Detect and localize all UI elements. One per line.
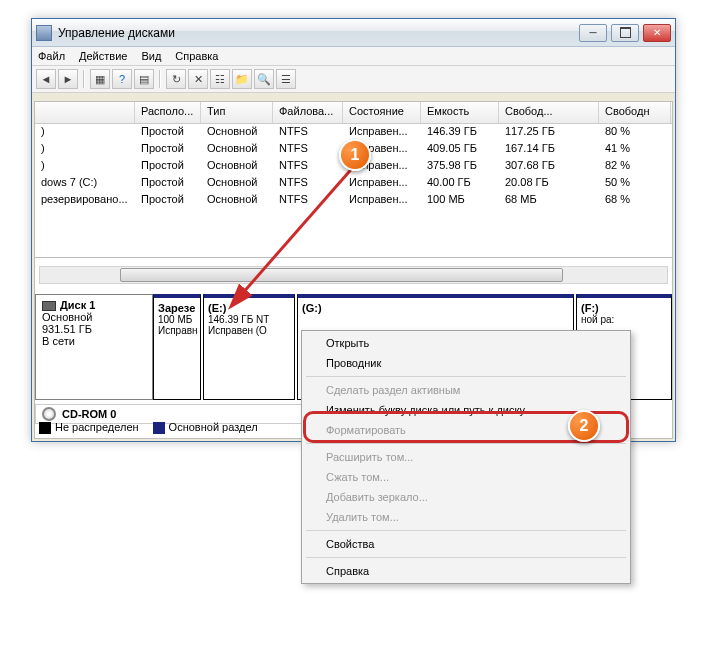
list-header[interactable]: Располо... Тип Файлова... Состояние Емко… bbox=[35, 102, 672, 124]
forward-button[interactable]: ► bbox=[58, 69, 78, 89]
menu-action[interactable]: Действие bbox=[79, 50, 127, 62]
maximize-button[interactable] bbox=[611, 24, 639, 42]
col-freepct[interactable]: Свободн bbox=[599, 102, 671, 123]
ctx-properties[interactable]: Свойства bbox=[304, 534, 628, 554]
open-button[interactable]: 📁 bbox=[232, 69, 252, 89]
disk1-label[interactable]: Диск 1 Основной 931.51 ГБ В сети bbox=[35, 294, 153, 400]
ctx-open[interactable]: Открыть bbox=[304, 333, 628, 353]
col-layout[interactable]: Располо... bbox=[135, 102, 201, 123]
context-menu: Открыть Проводник Сделать раздел активны… bbox=[301, 330, 631, 584]
col-status[interactable]: Состояние bbox=[343, 102, 421, 123]
volume-list[interactable]: Располо... Тип Файлова... Состояние Емко… bbox=[35, 102, 672, 258]
ctx-delete: Удалить том... bbox=[304, 507, 628, 527]
search-button[interactable]: 🔍 bbox=[254, 69, 274, 89]
window-title: Управление дисками bbox=[58, 26, 579, 40]
minimize-button[interactable] bbox=[579, 24, 607, 42]
scroll-thumb[interactable] bbox=[120, 268, 563, 282]
list-row[interactable]: dows 7 (C:)ПростойОсновнойNTFSИсправен..… bbox=[35, 175, 672, 192]
legend-swatch-unallocated bbox=[39, 422, 51, 434]
col-fs[interactable]: Файлова... bbox=[273, 102, 343, 123]
titlebar[interactable]: Управление дисками bbox=[32, 19, 675, 47]
ctx-explorer[interactable]: Проводник bbox=[304, 353, 628, 373]
callout-2: 2 bbox=[568, 410, 600, 442]
col-type[interactable]: Тип bbox=[201, 102, 273, 123]
legend-swatch-primary bbox=[153, 422, 165, 434]
ctx-shrink: Сжать том... bbox=[304, 467, 628, 487]
help-button[interactable]: ? bbox=[112, 69, 132, 89]
col-volume[interactable] bbox=[35, 102, 135, 123]
disk-icon bbox=[42, 301, 56, 311]
col-free[interactable]: Свобод... bbox=[499, 102, 599, 123]
view-detail-button[interactable]: ▤ bbox=[134, 69, 154, 89]
menu-help[interactable]: Справка bbox=[175, 50, 218, 62]
properties-button[interactable]: ☷ bbox=[210, 69, 230, 89]
delete-button[interactable]: ✕ bbox=[188, 69, 208, 89]
menu-view[interactable]: Вид bbox=[141, 50, 161, 62]
view-list-button[interactable]: ▦ bbox=[90, 69, 110, 89]
callout-1: 1 bbox=[339, 139, 371, 171]
list-row[interactable]: резервировано...ПростойОсновнойNTFSИспра… bbox=[35, 192, 672, 209]
toolbar: ◄ ► ▦ ? ▤ ↻ ✕ ☷ 📁 🔍 ☰ bbox=[32, 66, 675, 93]
ctx-mirror: Добавить зеркало... bbox=[304, 487, 628, 507]
app-icon bbox=[36, 25, 52, 41]
partition-e[interactable]: (E:) 146.39 ГБ NT Исправен (О bbox=[203, 294, 295, 400]
ctx-help[interactable]: Справка bbox=[304, 561, 628, 581]
back-button[interactable]: ◄ bbox=[36, 69, 56, 89]
partition-reserved[interactable]: Зарезе 100 МБ Исправн bbox=[153, 294, 201, 400]
settings-button[interactable]: ☰ bbox=[276, 69, 296, 89]
menu-file[interactable]: Файл bbox=[38, 50, 65, 62]
legend: Не распределен Основной раздел bbox=[39, 419, 258, 436]
col-capacity[interactable]: Емкость bbox=[421, 102, 499, 123]
ctx-extend: Расширить том... bbox=[304, 447, 628, 467]
horizontal-scrollbar[interactable] bbox=[39, 266, 668, 284]
refresh-button[interactable]: ↻ bbox=[166, 69, 186, 89]
ctx-active: Сделать раздел активным bbox=[304, 380, 628, 400]
menubar: Файл Действие Вид Справка bbox=[32, 47, 675, 66]
close-button[interactable] bbox=[643, 24, 671, 42]
